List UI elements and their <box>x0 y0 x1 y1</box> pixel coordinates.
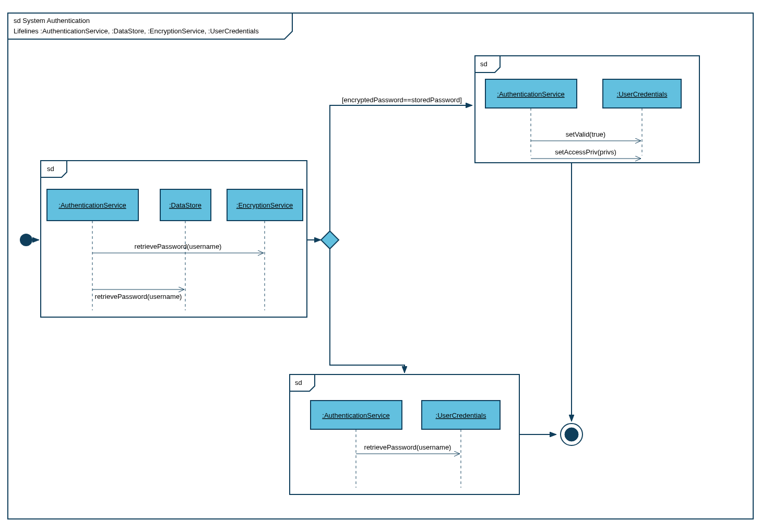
frame-c: sd :AuthenticationService :UserCredentia… <box>290 374 519 494</box>
frame-a-auth-label: :AuthenticationService <box>58 201 126 209</box>
outer-tag: sd <box>14 17 21 25</box>
svg-text:sd System Authentication: sd System Authentication <box>14 17 90 25</box>
frame-b-uc-label: :UserCredentials <box>617 90 668 98</box>
frame-c-uc-label: :UserCredentials <box>436 412 486 419</box>
frame-b-auth-label: :AuthenticationService <box>497 90 564 98</box>
frame-c-auth-label: :AuthenticationService <box>322 412 389 419</box>
frame-a-enc-label: :EncryptionService <box>236 201 293 209</box>
frame-a-msg1-label: retrievePassword(username) <box>135 243 222 250</box>
svg-rect-4 <box>475 56 699 163</box>
edge-decision-to-b <box>330 105 472 231</box>
frame-a-tag: sd <box>47 165 54 173</box>
svg-point-7 <box>565 428 578 441</box>
frame-b: sd :AuthenticationService :UserCredentia… <box>475 56 699 163</box>
frame-b-msg2-label: setAccessPriv(privs) <box>555 148 616 156</box>
edge-decision-to-c <box>330 249 405 373</box>
frame-a-ds-label: :DataStore <box>169 201 201 209</box>
frame-b-msg1-label: setValid(true) <box>566 130 605 138</box>
guard-label: [encryptedPassword==storedPassword] <box>342 96 462 104</box>
svg-rect-5 <box>290 374 519 494</box>
decision-node <box>321 231 339 249</box>
frame-c-msg1-label: retrievePassword(username) <box>364 443 451 451</box>
final-node <box>561 424 582 445</box>
outer-lifelines-label: Lifelines :AuthenticationService, :DataS… <box>14 27 259 35</box>
initial-node <box>20 234 32 246</box>
frame-a-msg2-label: retrievePassword(username) <box>95 293 182 300</box>
frame-b-tag: sd <box>480 60 487 68</box>
frame-a: sd :AuthenticationService :DataStore :En… <box>41 161 307 317</box>
outer-title: System Authentication <box>22 17 90 25</box>
frame-c-tag: sd <box>295 379 302 386</box>
svg-point-2 <box>20 234 32 246</box>
